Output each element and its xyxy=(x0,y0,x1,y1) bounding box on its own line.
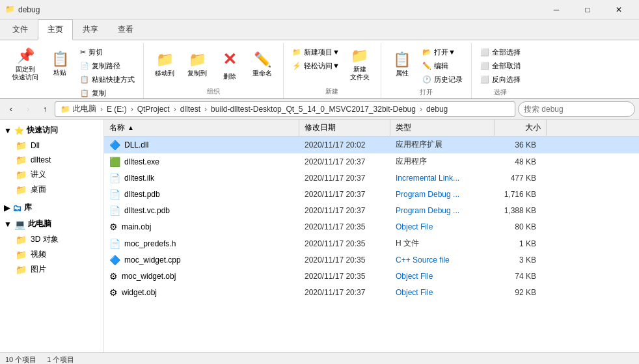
breadcrumb-e[interactable]: E (E:) xyxy=(107,105,127,114)
tab-share[interactable]: 共享 xyxy=(73,20,108,40)
quick-access-icon: ⭐ xyxy=(14,126,24,135)
select-all-label: 全部选择 xyxy=(492,47,521,57)
file-row[interactable]: 🟩 dlltest.exe 2020/11/17 20:37 应用程序 48 K… xyxy=(104,153,639,170)
file-row[interactable]: 🔷 moc_widget.cpp 2020/11/17 20:35 C++ So… xyxy=(104,252,639,268)
ribbon: 📌 固定到快速访问 📋 粘贴 ✂ 剪切 📄 复制路径 � xyxy=(0,40,639,99)
pictures-label: 图片 xyxy=(31,264,46,275)
file-name: moc_widget.obj xyxy=(122,272,176,281)
address-path[interactable]: 📁 此电脑 › E (E:) › QtProject › dlltest › b… xyxy=(55,101,515,117)
select-all-button[interactable]: ⬜ 全部选择 xyxy=(477,46,524,58)
paste-button[interactable]: 📋 粘贴 xyxy=(44,46,75,83)
file-row[interactable]: 📄 dlltest.pdb 2020/11/17 20:37 Program D… xyxy=(104,187,639,203)
open-group-label: 打开 xyxy=(420,86,433,99)
open-buttons: 📋 属性 📂 打开▼ ✏️ 编辑 🕐 历史记录 xyxy=(387,43,466,86)
ribbon-group-select: ⬜ 全部选择 ⬜ 全部取消 ⬜ 反向选择 选择 xyxy=(472,43,529,98)
back-button[interactable]: ‹ xyxy=(4,102,18,116)
invert-select-label: 反向选择 xyxy=(492,75,521,84)
sidebar-library-header[interactable]: ▶ 🗂 库 xyxy=(0,200,103,216)
up-button[interactable]: ↑ xyxy=(38,102,52,116)
file-name-cell: 📄 dlltest.vc.pdb xyxy=(104,204,299,217)
file-row[interactable]: 📄 moc_predefs.h 2020/11/17 20:35 H 文件 1 … xyxy=(104,235,639,252)
new-item-button[interactable]: 📁 新建项目▼ xyxy=(289,46,343,58)
tab-view[interactable]: 查看 xyxy=(108,20,143,40)
file-size-cell: 1,388 KB xyxy=(495,205,547,216)
3d-icon: 📁 xyxy=(16,235,27,245)
file-row[interactable]: ⚙ main.obj 2020/11/17 20:35 Object File … xyxy=(104,219,639,235)
pin-icon: 📌 xyxy=(17,49,34,63)
quick-access-label: 快速访问 xyxy=(27,125,58,136)
file-row[interactable]: ⚙ moc_widget.obj 2020/11/17 20:35 Object… xyxy=(104,268,639,285)
delete-button[interactable]: ✕ 删除 xyxy=(214,46,245,84)
select-col: ⬜ 全部选择 ⬜ 全部取消 ⬜ 反向选择 xyxy=(477,46,524,86)
maximize-button[interactable]: □ xyxy=(573,0,603,20)
rename-button[interactable]: ✏️ 重命名 xyxy=(247,46,278,84)
col-type-header[interactable]: 类型 xyxy=(390,120,495,136)
minimize-button[interactable]: ─ xyxy=(541,0,571,20)
col-size-header[interactable]: 大小 xyxy=(495,120,547,136)
cut-button[interactable]: ✂ 剪切 xyxy=(77,46,138,58)
copy-to-button[interactable]: 📁 复制到 xyxy=(182,46,213,84)
file-name: dlltest.ilk xyxy=(124,174,154,183)
sidebar-quick-access-header[interactable]: ▼ ⭐ 快速访问 xyxy=(0,122,103,138)
paste-label: 粘贴 xyxy=(53,69,66,77)
breadcrumb-pc[interactable]: 此电脑 xyxy=(73,103,96,114)
copy-path-button[interactable]: 📄 复制路径 xyxy=(77,59,138,72)
col-name-header[interactable]: 名称 ▲ xyxy=(104,120,299,136)
tab-file[interactable]: 文件 xyxy=(3,20,38,40)
copy-path-label: 复制路径 xyxy=(92,61,120,71)
easy-access-button[interactable]: ⚡ 轻松访问▼ xyxy=(289,59,343,72)
open-button[interactable]: 📂 打开▼ xyxy=(419,46,466,58)
tab-home[interactable]: 主页 xyxy=(38,20,73,40)
open-icon: 📂 xyxy=(422,48,431,57)
desktop-label: 桌面 xyxy=(31,184,46,195)
invert-select-button[interactable]: ⬜ 反向选择 xyxy=(477,73,524,86)
file-row[interactable]: 📄 dlltest.ilk 2020/11/17 20:37 Increment… xyxy=(104,170,639,187)
sidebar-item-3d[interactable]: 📁 3D 对象 xyxy=(8,232,103,247)
file-name: moc_widget.cpp xyxy=(124,255,181,265)
breadcrumb-dlltest[interactable]: dlltest xyxy=(180,105,200,114)
forward-button[interactable]: › xyxy=(21,102,35,116)
move-icon: 📁 xyxy=(156,53,174,67)
move-to-button[interactable]: 📁 移动到 xyxy=(149,46,180,84)
clipboard-right-col: ✂ 剪切 📄 复制路径 📋 粘贴快捷方式 📋 复制 xyxy=(77,46,138,99)
pin-button[interactable]: 📌 固定到快速访问 xyxy=(8,46,43,84)
selected-count: 1 个项目 xyxy=(47,355,74,364)
new-folder-button[interactable]: 📁 新建文件夹 xyxy=(344,46,375,84)
sidebar-item-pictures[interactable]: 📁 图片 xyxy=(8,262,103,277)
file-row[interactable]: 📄 dlltest.vc.pdb 2020/11/17 20:37 Progra… xyxy=(104,203,639,219)
close-button[interactable]: ✕ xyxy=(604,0,634,20)
col-date-header[interactable]: 修改日期 xyxy=(299,120,390,136)
props-button[interactable]: 📋 属性 xyxy=(387,46,418,84)
sidebar-item-desktop[interactable]: 📁 桌面 xyxy=(8,182,103,197)
copy-button[interactable]: 📋 复制 xyxy=(77,86,138,99)
library-label: 库 xyxy=(24,202,32,213)
sidebar-item-video[interactable]: 📁 视频 xyxy=(8,247,103,262)
props-icon: 📋 xyxy=(393,53,411,67)
pictures-icon: 📁 xyxy=(16,265,27,275)
move-label: 移动到 xyxy=(155,70,174,77)
select-all-icon: ⬜ xyxy=(480,48,489,57)
file-icon: 📄 xyxy=(109,173,120,183)
file-row[interactable]: ⚙ widget.obj 2020/11/17 20:37 Object Fil… xyxy=(104,285,639,301)
paste-shortcut-button[interactable]: 📋 粘贴快捷方式 xyxy=(77,73,138,86)
file-date-cell: 2020/11/17 20:35 xyxy=(299,238,390,250)
breadcrumb-debug[interactable]: debug xyxy=(426,105,448,114)
col-date-label: 修改日期 xyxy=(305,122,336,133)
file-row[interactable]: 🔷 DLL.dll 2020/11/17 20:02 应用程序扩展 36 KB xyxy=(104,136,639,153)
file-name: dlltest.vc.pdb xyxy=(124,206,170,215)
sidebar-item-dlltest[interactable]: 📁 dlltest xyxy=(8,153,103,167)
jiangyi-folder-icon: 📁 xyxy=(16,170,27,180)
dlltest-label: dlltest xyxy=(31,155,51,164)
new-folder-label: 新建文件夹 xyxy=(350,66,370,81)
search-input[interactable] xyxy=(518,101,635,117)
history-button[interactable]: 🕐 历史记录 xyxy=(419,73,466,86)
deselect-all-button[interactable]: ⬜ 全部取消 xyxy=(477,59,524,72)
file-type-cell: Program Debug ... xyxy=(390,188,495,200)
breadcrumb-qtproject[interactable]: QtProject xyxy=(137,105,170,114)
breadcrumb-build[interactable]: build-dlltest-Desktop_Qt_5_14_0_MSVC2017… xyxy=(211,105,416,114)
sidebar-pc-header[interactable]: ▼ 💻 此电脑 xyxy=(0,216,103,232)
select-buttons: ⬜ 全部选择 ⬜ 全部取消 ⬜ 反向选择 xyxy=(477,43,524,86)
sidebar-item-jiangyi[interactable]: 📁 讲义 xyxy=(8,167,103,182)
sidebar-item-dll[interactable]: 📁 Dll xyxy=(8,138,103,153)
edit-button[interactable]: ✏️ 编辑 xyxy=(419,59,466,72)
